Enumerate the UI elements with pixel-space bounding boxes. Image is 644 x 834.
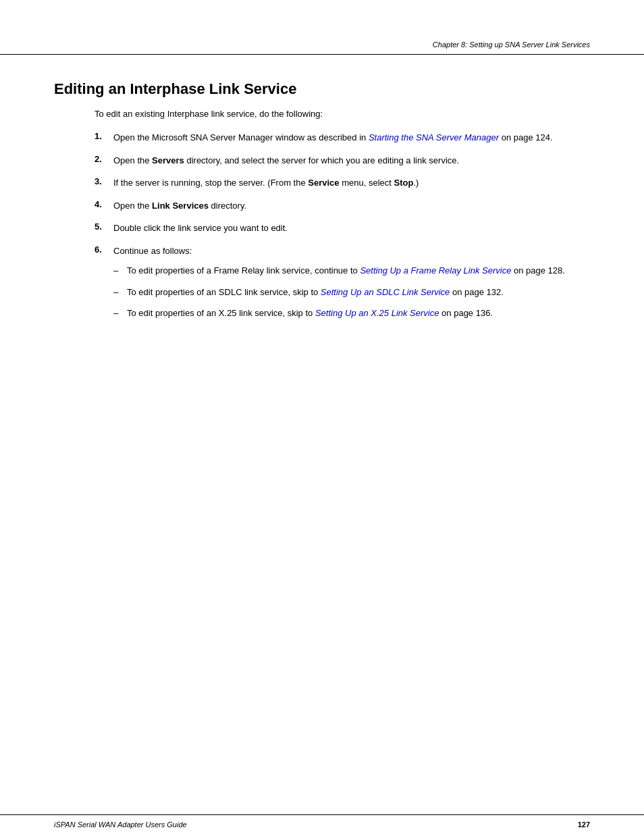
step-6-number: 6. <box>95 244 113 255</box>
step-5: 5. Double click the link service you wan… <box>95 221 590 235</box>
step-2-number: 2. <box>95 154 113 164</box>
step-1: 1. Open the Microsoft SNA Server Manager… <box>95 131 590 145</box>
x25-link[interactable]: Setting Up an X.25 Link Service <box>315 308 439 318</box>
sub-step-3-content: To edit properties of an X.25 link servi… <box>127 307 590 320</box>
sub-dash-3: – <box>113 307 127 320</box>
sub-step-1-content: To edit properties of a Frame Relay link… <box>127 264 590 278</box>
step-2-content: Open the Servers directory, and select t… <box>113 154 590 167</box>
step-3: 3. If the server is running, stop the se… <box>95 176 590 190</box>
footer-page-number: 127 <box>578 820 590 829</box>
step-4: 4. Open the Link Services directory. <box>95 199 590 213</box>
sub-dash-2: – <box>113 286 127 299</box>
chapter-title: Chapter 8: Setting up SNA Server Link Se… <box>433 41 590 49</box>
page: Chapter 8: Setting up SNA Server Link Se… <box>0 0 644 834</box>
step-5-number: 5. <box>95 221 113 232</box>
sub-step-1: – To edit properties of a Frame Relay li… <box>113 264 590 278</box>
page-header: Chapter 8: Setting up SNA Server Link Se… <box>0 0 644 55</box>
step-2: 2. Open the Servers directory, and selec… <box>95 154 590 167</box>
intro-text: To edit an existing Interphase link serv… <box>95 109 590 119</box>
sdlc-link[interactable]: Setting Up an SDLC Link Service <box>321 287 450 297</box>
step-1-content: Open the Microsoft SNA Server Manager wi… <box>113 131 590 145</box>
page-footer: iSPAN Serial WAN Adapter Users Guide 127 <box>0 814 644 834</box>
step-4-number: 4. <box>95 199 113 209</box>
step-4-content: Open the Link Services directory. <box>113 199 590 213</box>
step-6: 6. Continue as follows: – To edit proper… <box>95 244 590 328</box>
section-heading: Editing an Interphase Link Service <box>54 80 590 98</box>
sub-step-2: – To edit properties of an SDLC link ser… <box>113 286 590 299</box>
step-1-link[interactable]: Starting the SNA Server Manager <box>369 132 499 142</box>
sub-step-3: – To edit properties of an X.25 link ser… <box>113 307 590 320</box>
step-3-number: 3. <box>95 176 113 186</box>
main-content: Editing an Interphase Link Service To ed… <box>0 55 644 378</box>
sub-steps-list: – To edit properties of a Frame Relay li… <box>113 264 590 320</box>
steps-list: 1. Open the Microsoft SNA Server Manager… <box>95 131 590 328</box>
footer-guide-title: iSPAN Serial WAN Adapter Users Guide <box>54 820 187 829</box>
sub-step-2-content: To edit properties of an SDLC link servi… <box>127 286 590 299</box>
sub-dash-1: – <box>113 264 127 278</box>
frame-relay-link[interactable]: Setting Up a Frame Relay Link Service <box>360 265 511 276</box>
step-5-content: Double click the link service you want t… <box>113 221 590 235</box>
step-6-content: Continue as follows: – To edit propertie… <box>113 244 590 328</box>
step-3-content: If the server is running, stop the serve… <box>113 176 590 190</box>
step-1-number: 1. <box>95 131 113 141</box>
